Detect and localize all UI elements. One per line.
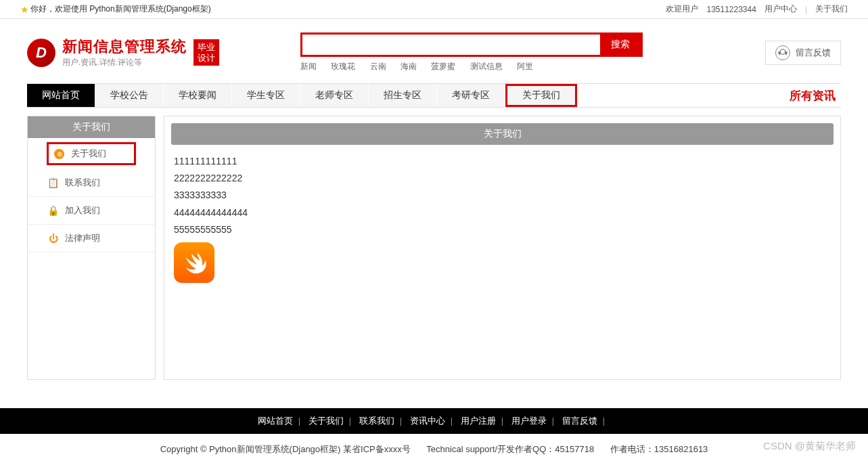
tag-boluomi[interactable]: 菠萝蜜 (431, 62, 455, 71)
sidebar-item-label: 联系我们 (65, 177, 100, 189)
footer-link-register[interactable]: 用户注册 (461, 416, 496, 426)
nav-kaoyan[interactable]: 考研专区 (437, 84, 505, 107)
logo-subtitle: 用户.资讯.详情.评论等 (62, 57, 187, 68)
logo-badge: 毕业 设计 (193, 39, 219, 66)
main-title: 关于我们 (171, 123, 833, 145)
nav-home[interactable]: 网站首页 (27, 84, 95, 107)
nav-announcement[interactable]: 学校公告 (95, 84, 164, 107)
content-line: 55555555555 (174, 221, 831, 238)
tag-rose[interactable]: 玫瑰花 (331, 62, 355, 71)
footer-link-news[interactable]: 资讯中心 (410, 416, 445, 426)
content-line: 44444444444444 (174, 204, 831, 221)
content-line: 3333333333 (174, 187, 831, 204)
top-bar: ★ 你好，欢迎使用 Python新闻管理系统(Django框架) 欢迎用户 13… (0, 0, 868, 19)
nav-teacher[interactable]: 老师专区 (300, 84, 369, 107)
power-icon: ⏻ (48, 234, 58, 244)
doc-icon: 📋 (48, 178, 58, 188)
search-input[interactable] (302, 35, 600, 55)
copyright-text: Copyright © Python新闻管理系统(Django框架) 某省ICP… (160, 444, 411, 454)
top-greeting: ★ 你好，欢迎使用 Python新闻管理系统(Django框架) (20, 3, 211, 15)
tag-hainan[interactable]: 海南 (401, 62, 417, 71)
divider: | (805, 5, 807, 14)
search-area: 搜索 新闻 玫瑰花 云南 海南 菠萝蜜 测试信息 阿里 (300, 32, 643, 72)
footer-link-feedback[interactable]: 留言反馈 (562, 416, 597, 426)
globe-icon: ⊕ (54, 149, 64, 159)
logo-title: 新闻信息管理系统 (62, 37, 187, 57)
feedback-button[interactable]: 留言反馈 (765, 41, 841, 65)
footer-nav: 网站首页| 关于我们| 联系我们| 资讯中心| 用户注册| 用户登录| 留言反馈… (0, 408, 868, 434)
user-center-link[interactable]: 用户中心 (764, 3, 797, 15)
search-tags: 新闻 玫瑰花 云南 海南 菠萝蜜 测试信息 阿里 (300, 61, 643, 72)
top-right-links: 欢迎用户 13511223344 用户中心 | 关于我们 (666, 3, 848, 15)
footer-link-contact[interactable]: 联系我们 (359, 416, 394, 426)
tag-test[interactable]: 测试信息 (470, 62, 503, 71)
footer: 网站首页| 关于我们| 联系我们| 资讯中心| 用户注册| 用户登录| 留言反馈… (0, 408, 868, 465)
search-box: 搜索 (300, 32, 643, 57)
swift-icon (174, 242, 214, 283)
tech-support: Technical support/开发作者QQ：45157718 (426, 444, 594, 454)
main-nav: 网站首页 学校公告 学校要闻 学生专区 老师专区 招生专区 考研专区 关于我们 … (27, 83, 841, 108)
tag-ali[interactable]: 阿里 (517, 62, 533, 71)
sidebar-item-legal[interactable]: ⏻ 法律声明 (28, 225, 155, 252)
sidebar-item-contact[interactable]: 📋 联系我们 (28, 169, 155, 197)
watermark: CSDN @黄菊华老师 (763, 440, 856, 453)
nav-about[interactable]: 关于我们 (505, 84, 577, 107)
user-phone[interactable]: 13511223344 (706, 5, 756, 14)
footer-link-about[interactable]: 关于我们 (309, 416, 344, 426)
footer-link-home[interactable]: 网站首页 (258, 416, 293, 426)
feedback-label: 留言反馈 (796, 47, 831, 59)
content: 关于我们 ⊕ 关于我们 📋 联系我们 🔒 加入我们 ⏻ 法律声明 关于我们 11… (0, 108, 868, 388)
tag-yunnan[interactable]: 云南 (370, 62, 386, 71)
main-body: 111111111111 2222222222222 3333333333 44… (171, 145, 833, 291)
tag-news[interactable]: 新闻 (300, 62, 317, 71)
content-line: 2222222222222 (174, 170, 831, 187)
logo-block[interactable]: D 新闻信息管理系统 用户.资讯.详情.评论等 毕业 设计 (27, 37, 219, 68)
sidebar: 关于我们 ⊕ 关于我们 📋 联系我们 🔒 加入我们 ⏻ 法律声明 (27, 116, 156, 380)
welcome-user-label: 欢迎用户 (666, 3, 698, 15)
sidebar-item-join[interactable]: 🔒 加入我们 (28, 197, 155, 225)
search-button[interactable]: 搜索 (600, 35, 641, 55)
about-us-link[interactable]: 关于我们 (815, 3, 848, 15)
content-line: 111111111111 (174, 153, 831, 170)
sidebar-item-about[interactable]: ⊕ 关于我们 (47, 142, 136, 165)
footer-info: Copyright © Python新闻管理系统(Django框架) 某省ICP… (0, 434, 868, 465)
sidebar-title: 关于我们 (28, 116, 155, 138)
headset-icon (775, 45, 790, 60)
logo-icon: D (27, 39, 55, 67)
sidebar-item-label: 法律声明 (65, 232, 100, 244)
author-phone: 作者电话：13516821613 (610, 444, 708, 454)
nav-student[interactable]: 学生专区 (232, 84, 300, 107)
greeting-text: 你好，欢迎使用 Python新闻管理系统(Django框架) (30, 3, 211, 15)
main-panel: 关于我们 111111111111 2222222222222 33333333… (164, 116, 841, 380)
sidebar-item-label: 关于我们 (71, 148, 106, 160)
sidebar-item-label: 加入我们 (65, 204, 100, 217)
nav-all-news[interactable]: 所有资讯 (790, 84, 841, 107)
svg-point-0 (780, 49, 785, 54)
star-icon: ★ (20, 4, 29, 15)
nav-news[interactable]: 学校要闻 (164, 84, 232, 107)
footer-link-login[interactable]: 用户登录 (511, 416, 547, 426)
lock-icon: 🔒 (48, 206, 58, 216)
nav-admission[interactable]: 招生专区 (369, 84, 437, 107)
header: D 新闻信息管理系统 用户.资讯.详情.评论等 毕业 设计 搜索 新闻 玫瑰花 … (0, 19, 868, 78)
